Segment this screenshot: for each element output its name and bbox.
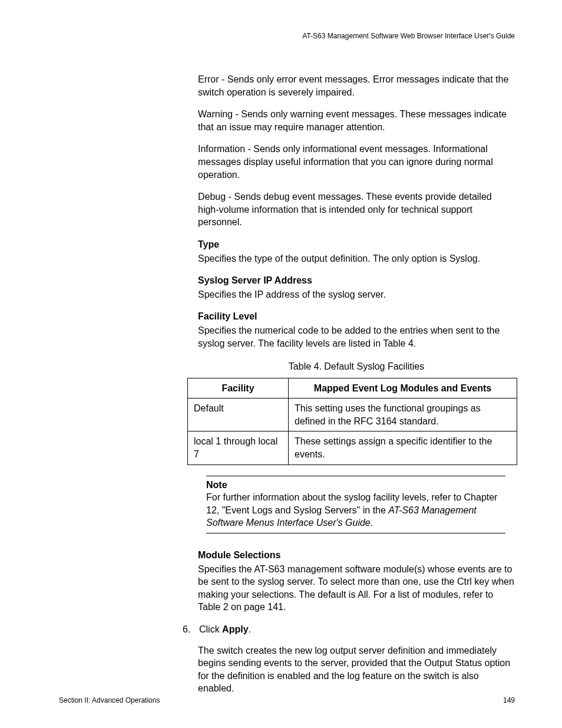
paragraph-step-result: The switch creates the new log output se… [198, 644, 515, 695]
paragraph-facility-level: Specifies the numerical code to be added… [198, 324, 515, 350]
heading-syslog-ip: Syslog Server IP Address [198, 274, 515, 287]
paragraph-warning: Warning - Sends only warning event messa… [198, 108, 515, 133]
table-row: Default This setting uses the functional… [188, 398, 517, 431]
paragraph-debug: Debug - Sends debug event messages. Thes… [198, 190, 515, 229]
table-cell: These settings assign a specific identif… [289, 431, 517, 465]
paragraph-error: Error - Sends only error event messages.… [198, 73, 515, 98]
table-caption: Table 4. Default Syslog Facilities [198, 360, 515, 373]
table-header-mapped: Mapped Event Log Modules and Events [289, 378, 517, 398]
footer-section: Section II: Advanced Operations [59, 696, 160, 704]
step-suffix: . [249, 624, 251, 634]
note-text: For further information about the syslog… [206, 491, 505, 529]
table-header-facility: Facility [188, 378, 289, 398]
paragraph-type: Specifies the type of the output definit… [198, 252, 515, 265]
step-prefix: Click [199, 624, 222, 634]
table-cell: This setting uses the functional groupin… [289, 398, 517, 431]
note-text-after: . [371, 518, 373, 528]
paragraph-information: Information - Sends only informational e… [198, 143, 515, 181]
heading-type: Type [198, 238, 515, 251]
note-bottom-rule [206, 533, 505, 533]
step-bold: Apply [222, 624, 248, 634]
table-cell: local 1 through local 7 [188, 431, 289, 465]
note-top-rule [206, 476, 505, 476]
facility-table: Facility Mapped Event Log Modules and Ev… [187, 378, 517, 465]
step-body: Click Apply. [199, 623, 251, 636]
document-page: AT-S63 Management Software Web Browser I… [0, 0, 562, 728]
table-header-row: Facility Mapped Event Log Modules and Ev… [188, 378, 517, 398]
step-6: 6. Click Apply. [183, 623, 515, 636]
page-content: Error - Sends only error event messages.… [198, 73, 515, 695]
page-footer: Section II: Advanced Operations 149 [59, 696, 515, 704]
heading-module-selections: Module Selections [198, 549, 515, 562]
paragraph-module-selections: Specifies the AT-S63 management software… [198, 563, 515, 614]
table-row: local 1 through local 7 These settings a… [188, 431, 517, 465]
step-number: 6. [183, 623, 193, 636]
table-cell: Default [188, 398, 289, 431]
note-block: Note For further information about the s… [206, 476, 505, 533]
heading-facility-level: Facility Level [198, 310, 515, 323]
footer-page-number: 149 [503, 696, 515, 704]
running-header: AT-S63 Management Software Web Browser I… [59, 32, 515, 40]
note-label: Note [206, 479, 505, 492]
paragraph-syslog-ip: Specifies the IP address of the syslog s… [198, 288, 515, 301]
